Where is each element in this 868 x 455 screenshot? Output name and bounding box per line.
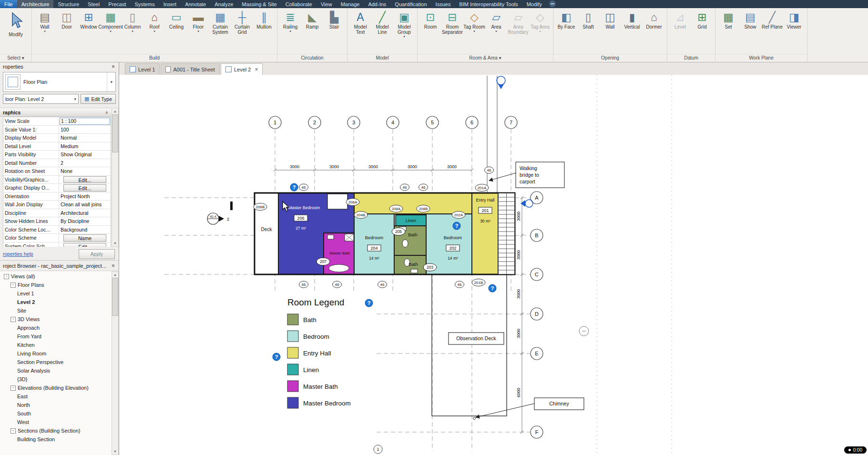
ribbon-tab-architecture[interactable]: Architecture (17, 0, 54, 8)
tool-tag-room[interactable]: ◇Tag Room▾ (463, 10, 485, 33)
ribbon-tab-analyze[interactable]: Analyze (210, 0, 237, 8)
ribbon-tab-issues[interactable]: Issues (431, 0, 455, 8)
tool-component[interactable]: ▦Component▾ (100, 10, 122, 33)
tree-item-living-room[interactable]: Living Room (0, 349, 111, 358)
property-value[interactable]: Normal (59, 134, 111, 142)
view-tab-level-1[interactable]: Level 1 (125, 63, 160, 75)
tool-dormer[interactable]: ⌂Dormer (643, 10, 665, 30)
tree-expander-icon[interactable]: - (10, 317, 16, 322)
tool-curtain-system[interactable]: ▦Curtain System (209, 10, 231, 35)
property-value[interactable]: Architectural (59, 209, 111, 217)
close-icon[interactable]: × (111, 63, 116, 70)
tool-column[interactable]: ▯Column▾ (122, 10, 143, 33)
ribbon-tab-view[interactable]: View (317, 0, 337, 8)
property-value[interactable]: Show Original (59, 151, 111, 159)
tool-model-line[interactable]: ╱Model Line (371, 10, 393, 35)
graphics-section-header[interactable]: raphics ∧ (0, 108, 111, 117)
tree-expander-icon[interactable]: - (10, 428, 16, 434)
scrollbar-thumb[interactable] (112, 278, 118, 316)
tool-door[interactable]: ◫Door (56, 10, 78, 30)
tool-wall[interactable]: ▤Wall▾ (34, 10, 56, 33)
tool-roof[interactable]: ⌂Roof▾ (143, 10, 165, 33)
tree-item-3d[interactable]: {3D} (0, 375, 111, 384)
property-value-button[interactable]: Edit... (63, 184, 106, 192)
tool-floor[interactable]: ▬Floor▾ (187, 10, 209, 33)
browser-scrollbar[interactable]: ▲ ▼ (112, 271, 119, 455)
tree-item-approach[interactable]: Approach (0, 324, 111, 332)
ribbon-tab-steel[interactable]: Steel (83, 0, 104, 8)
tool-stair[interactable]: ▙Stair (323, 10, 345, 30)
tool-modify[interactable]: Modify (2, 10, 30, 38)
tree-item-elevations-building-elevation[interactable]: -Elevations (Building Elevation) (0, 384, 111, 392)
ribbon-tab-annotate[interactable]: Annotate (181, 0, 210, 8)
tree-item-floor-plans[interactable]: -Floor Plans (0, 281, 111, 289)
tree-item-level-2[interactable]: Level 2 (0, 298, 111, 306)
floor-plan-canvas[interactable]: 3000300030003000300030003000300030006000… (119, 75, 868, 455)
tool-room-separator[interactable]: ⊟Room Separator (441, 10, 463, 35)
tool-ref-plane[interactable]: ╱Ref Plane (761, 10, 783, 30)
tool-room[interactable]: ⊡Room (419, 10, 441, 30)
edit-type-button[interactable]: ▦ Edit Type (81, 94, 116, 104)
scrollbar-thumb[interactable] (112, 114, 118, 152)
tree-item-views-all[interactable]: -Views (all) (0, 272, 111, 281)
tool-curtain-grid[interactable]: ┼Curtain Grid (231, 10, 253, 35)
tool-area[interactable]: ▱Area▾ (485, 10, 507, 33)
properties-scrollbar[interactable]: ▲ ▼ (112, 108, 119, 247)
tree-expander-icon[interactable]: - (10, 283, 16, 288)
property-value[interactable]: Background (59, 226, 111, 234)
type-selector[interactable]: Floor Plan ▾ (3, 72, 116, 92)
property-value[interactable]: 2 (59, 159, 111, 167)
ribbon-tab-precast[interactable]: Precast (104, 0, 130, 8)
ribbon-overflow-icon[interactable]: ••• (549, 0, 556, 7)
property-value[interactable]: 1 : 100 (60, 118, 110, 125)
room-bedroom[interactable] (354, 214, 394, 274)
ribbon-tab-insert[interactable]: Insert (159, 0, 181, 8)
tree-item-kitchen[interactable]: Kitchen (0, 341, 111, 349)
tool-viewer[interactable]: ◨Viewer (783, 10, 805, 30)
tool-ramp[interactable]: ◣Ramp (301, 10, 323, 30)
ribbon-tab-add-ins[interactable]: Add-Ins (364, 0, 390, 8)
property-value[interactable]: Project North (59, 192, 111, 201)
ribbon-tab-massing-site[interactable]: Massing & Site (237, 0, 281, 8)
tool-by-face[interactable]: ◧By Face (555, 10, 577, 30)
tool-railing[interactable]: ≣Railing▾ (279, 10, 301, 33)
scroll-up-icon[interactable]: ▲ (113, 272, 117, 278)
tool-wall[interactable]: ◫Wall (599, 10, 621, 30)
tool-model-text[interactable]: AModel Text (349, 10, 371, 35)
tree-item-site[interactable]: Site (0, 306, 111, 315)
ribbon-tab-modify[interactable]: Modify (522, 0, 546, 8)
scroll-up-icon[interactable]: ▲ (113, 108, 117, 114)
instance-selector[interactable]: loor Plan: Level 2 ▾ (3, 94, 79, 104)
tree-item-from-yard[interactable]: From Yard (0, 332, 111, 341)
tool-model-group[interactable]: ▣Model Group▾ (393, 10, 415, 39)
tree-item-south[interactable]: South (0, 409, 111, 418)
tree-item-west[interactable]: West (0, 418, 111, 426)
collapse-icon[interactable]: ∧ (105, 110, 108, 115)
tree-item-solar-analysis[interactable]: Solar Analysis (0, 366, 111, 375)
tree-item-building-section[interactable]: Building Section (0, 435, 111, 444)
property-value-button[interactable]: Edit... (63, 243, 106, 247)
drawing-area[interactable]: 3000300030003000300030003000300030006000… (119, 75, 868, 455)
tree-item-east[interactable]: East (0, 392, 111, 401)
view-tab-level-2[interactable]: Level 2× (221, 63, 263, 75)
scroll-down-icon[interactable]: ▼ (113, 448, 117, 455)
chevron-down-icon[interactable]: ▾ (107, 72, 115, 91)
tree-item-level-1[interactable]: Level 1 (0, 289, 111, 298)
tool-window[interactable]: ⊞Window (78, 10, 100, 30)
ribbon-tab-collaborate[interactable]: Collaborate (281, 0, 317, 8)
tool-show[interactable]: ▤Show (739, 10, 761, 30)
tree-item-sections-building-section[interactable]: -Sections (Building Section) (0, 426, 111, 435)
ribbon-tab-bim-interoperability-tools[interactable]: BIM Interoperability Tools (455, 0, 522, 8)
tree-expander-icon[interactable]: - (10, 385, 16, 391)
tool-shaft[interactable]: ▯Shaft (577, 10, 599, 30)
close-icon[interactable]: × (255, 66, 258, 73)
scroll-down-icon[interactable]: ▼ (113, 240, 117, 246)
room-entry-hall[interactable] (472, 193, 498, 274)
property-value[interactable]: By Discipline (59, 217, 111, 225)
tool-grid[interactable]: ⊞Grid (691, 10, 713, 30)
ribbon-tab-quantification[interactable]: Quantification (390, 0, 431, 8)
property-value[interactable]: Clean all wall joins (59, 201, 111, 209)
tool-set[interactable]: ▦Set (717, 10, 739, 30)
properties-help-link[interactable]: roperties help (3, 251, 79, 257)
ribbon-tab-structure[interactable]: Structure (53, 0, 83, 8)
